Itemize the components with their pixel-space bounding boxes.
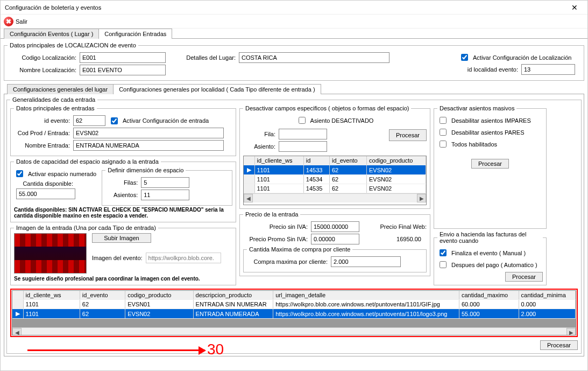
col-idclientews[interactable]: id_cliente_ws <box>254 156 303 165</box>
desactivar-procesar-button[interactable]: Procesar <box>389 129 427 141</box>
table-row[interactable]: ▶110162EVSN02ENTRADA NUMERADAhttps://wol… <box>12 309 576 319</box>
exit-label[interactable]: Salir <box>16 18 27 25</box>
filas-label: Filas: <box>105 179 138 186</box>
scroll-right-icon[interactable]: ▶ <box>566 328 576 335</box>
manual-check[interactable] <box>440 249 447 256</box>
column-header[interactable]: codigo_producto <box>125 291 193 300</box>
column-header[interactable]: cantidad_minima <box>519 291 575 300</box>
auto-check[interactable] <box>440 261 447 268</box>
hacienda-group: Envio a hacienda las facturas del evento… <box>434 231 547 285</box>
tab-lugar[interactable]: Configuración Eventos ( Lugar ) <box>4 29 99 39</box>
nombreentrada-label: Nombre Entrada: <box>14 142 70 149</box>
promo-input[interactable] <box>311 234 359 244</box>
activar-loc-check[interactable] <box>461 54 468 61</box>
masivo-group: Desactivar asientos masivos Desabilitar … <box>434 105 547 229</box>
col-idevento[interactable]: id_evento <box>330 156 367 165</box>
datos-entrada-legend: Datos principales de entradas <box>14 105 97 111</box>
table-cell: 2.000 <box>519 309 575 319</box>
subir-imagen-button[interactable]: Subir Imagen <box>92 233 151 243</box>
sub-tabs: Configuraciones generales del lugar Conf… <box>4 84 584 94</box>
column-header[interactable]: descripcion_producto <box>193 291 273 300</box>
detalles-input[interactable] <box>239 52 389 63</box>
nombreentrada-input[interactable] <box>73 140 224 151</box>
idloc-input[interactable] <box>521 64 575 75</box>
siniva-label: Precio sin IVA: <box>243 223 308 230</box>
table-cell: 60.000 <box>459 300 519 309</box>
nombre-loc-label: Nombre Localización: <box>8 67 76 73</box>
pares-check[interactable] <box>440 129 447 136</box>
impares-check[interactable] <box>440 117 447 124</box>
table-cell: https://wolkpro.blob.core.windows.net/pu… <box>273 309 459 319</box>
cantdisp-input[interactable] <box>16 188 75 199</box>
table-cell: ENTRADA SIN NUMERAR <box>193 300 273 309</box>
capacidad-group: Datos de capacidad del espacio asignado … <box>10 158 236 222</box>
column-header[interactable]: id_cliente_ws <box>23 291 80 300</box>
entradas-grid[interactable]: id_cliente_wsid_eventocodigo_productodes… <box>12 290 576 335</box>
codprod-input[interactable] <box>73 128 224 138</box>
scroll-left-icon[interactable]: ◀ <box>244 194 253 202</box>
scroll-right-icon[interactable]: ▶ <box>417 194 426 202</box>
table-cell: 1101 <box>254 175 303 184</box>
codigo-loc-input[interactable] <box>80 52 166 63</box>
exit-icon[interactable]: ✖ <box>4 17 13 26</box>
column-header[interactable]: url_imagen_detalle <box>273 291 459 300</box>
close-icon[interactable]: ✕ <box>566 3 583 12</box>
table-cell: 62 <box>330 175 367 184</box>
table-cell: 0.000 <box>519 300 575 309</box>
datos-entrada-group: Datos principales de entradas id evento:… <box>10 105 236 156</box>
asientos-input[interactable] <box>141 190 189 200</box>
asiento-desact-check[interactable] <box>299 117 306 124</box>
desactivar-legend: Desactivar campos especificos ( objetos … <box>243 105 411 111</box>
table-cell: 62 <box>80 300 125 309</box>
asiento-input[interactable] <box>279 141 327 152</box>
todos-check[interactable] <box>440 141 447 148</box>
scroll-left-icon[interactable]: ◀ <box>12 328 22 335</box>
activar-entrada-check[interactable] <box>111 117 118 124</box>
hacienda-procesar-button[interactable]: Procesar <box>505 272 543 282</box>
nombre-loc-input[interactable] <box>80 65 166 75</box>
numerado-label: Activar espacio numerado <box>28 171 96 177</box>
column-header[interactable]: id_evento <box>80 291 125 300</box>
siniva-input[interactable] <box>311 221 359 232</box>
fila-input[interactable] <box>279 129 327 139</box>
table-row[interactable]: 11011453462EVSN02 <box>244 175 426 184</box>
footer-procesar-button[interactable]: Procesar <box>540 340 578 350</box>
filas-input[interactable] <box>141 177 189 188</box>
idevento-input[interactable] <box>73 115 105 126</box>
pares-label: Desabilitar asientos PARES <box>451 129 525 136</box>
asientos-scrollbar[interactable]: ◀ ▶ <box>244 193 426 202</box>
masivo-legend: Desactivar asientos masivos <box>437 105 516 111</box>
activar-entrada-label: Activar Configuración de entrada <box>123 117 209 124</box>
table-cell: EVSN01 <box>125 300 193 309</box>
table-row[interactable]: ▶11011453362EVSN02 <box>244 165 426 175</box>
table-cell: 1101 <box>23 300 80 309</box>
col-id[interactable]: id <box>303 156 329 165</box>
capacidad-legend: Datos de capacidad del espacio asignado … <box>14 158 161 165</box>
subtab-porlocalidad[interactable]: Configuraciones generales por localidad … <box>113 84 321 94</box>
column-header[interactable]: cantidad_maximo <box>459 291 519 300</box>
maxcompra-input[interactable] <box>331 256 401 267</box>
table-row[interactable]: 11011453562EVSN02 <box>244 184 426 193</box>
asiento-label: Asiento: <box>243 143 275 150</box>
table-row[interactable]: 110162EVSN01ENTRADA SIN NUMERARhttps://w… <box>12 300 576 309</box>
codigo-loc-label: Codigo Localización: <box>8 54 76 61</box>
table-cell: 1101 <box>254 184 303 193</box>
masivo-procesar-button[interactable]: Procesar <box>471 159 509 169</box>
auto-label: Despues del pago ( Automatico ) <box>451 262 537 268</box>
final-value: 16950.00 <box>363 236 427 242</box>
col-codprod[interactable]: codigo_producto <box>367 156 426 165</box>
bigtable-scrollbar[interactable]: ◀ ▶ <box>12 327 576 335</box>
imgdel-label: Imagen del evento: <box>92 255 143 261</box>
subtab-body: Generalidades de cada entrada Datos prin… <box>4 94 584 356</box>
table-cell: 1101 <box>23 309 80 319</box>
numerado-check[interactable] <box>16 170 23 177</box>
asientos-grid[interactable]: id_cliente_ws id id_evento codigo_produc… <box>243 156 427 205</box>
manual-label: Finaliza el evento ( Manual ) <box>451 250 526 256</box>
tab-entradas[interactable]: Configuración Entradas <box>98 29 172 39</box>
table-cell: 62 <box>330 165 367 175</box>
table-cell: EVSN02 <box>367 165 426 175</box>
asientos-label: Asientos: <box>105 192 138 198</box>
tab-body: Datos principales de LOCALIZACION de eve… <box>1 38 587 370</box>
subtab-general[interactable]: Configuraciones generales del lugar <box>7 84 114 94</box>
image-preview <box>14 233 87 274</box>
